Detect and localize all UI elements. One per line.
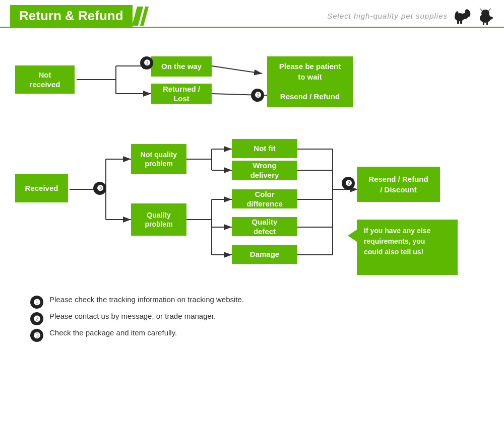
svg-marker-9: [488, 8, 491, 11]
cat-icon: [477, 7, 494, 25]
badge-3: ❸: [93, 182, 106, 195]
legend-num-2: ❷: [30, 312, 43, 325]
diagram-area: Not received ❶ On the way Returned / Los…: [0, 28, 504, 285]
badge-2-top: ❷: [251, 89, 264, 102]
received-box: Received: [15, 174, 68, 202]
header-right: Select high-quality pet supplies: [327, 7, 494, 25]
legend-num-3: ❸: [30, 329, 43, 342]
legend-item-2: ❷ Please contact us by message, or trade…: [30, 312, 484, 325]
legend-num-1: ❶: [30, 296, 43, 309]
returned-lost-box: Returned / Lost: [151, 84, 212, 104]
svg-marker-8: [479, 8, 483, 11]
legend-text-3: Check the package and item carefully.: [49, 328, 177, 337]
svg-rect-5: [460, 20, 462, 24]
wrong-delivery-box: Wrong delivery: [232, 161, 297, 180]
diagram-container: Not received ❶ On the way Returned / Los…: [15, 38, 489, 285]
title-box: Return & Refund: [10, 5, 133, 27]
color-difference-box: Color difference: [232, 189, 297, 208]
on-the-way-box: On the way: [151, 56, 212, 77]
requirements-box: If you have any else requirements, you c…: [357, 220, 458, 275]
tagline: Select high-quality pet supplies: [327, 12, 448, 20]
legend-text-1: Please check the tracking information on…: [49, 295, 244, 304]
header: Return & Refund Select high-quality pet …: [0, 0, 504, 28]
quality-problem-box: Quality problem: [131, 203, 186, 236]
please-wait-box: Please be patient to wait: [267, 56, 353, 87]
badge-2-bottom: ❷: [342, 177, 355, 190]
svg-rect-10: [483, 22, 484, 25]
svg-rect-11: [486, 22, 488, 25]
legend-item-1: ❶ Please check the tracking information …: [30, 295, 484, 309]
resend-refund-discount-box: Resend / Refund / Discount: [357, 167, 440, 202]
badge-1: ❶: [140, 56, 153, 69]
svg-line-18: [212, 66, 262, 74]
legend-text-2: Please contact us by message, or trade m…: [49, 312, 216, 320]
legend-item-3: ❸ Check the package and item carefully.: [30, 328, 484, 342]
legend: ❶ Please check the tracking information …: [0, 285, 504, 350]
not-fit-box: Not fit: [232, 139, 297, 158]
dog-icon: [453, 7, 472, 25]
damage-box: Damage: [232, 245, 297, 264]
page-title: Return & Refund: [19, 8, 123, 24]
not-quality-problem-box: Not quality problem: [131, 144, 186, 174]
svg-point-7: [481, 10, 489, 17]
resend-refund-box: Resend / Refund: [267, 87, 353, 107]
not-received-box: Not received: [15, 65, 75, 94]
quality-defect-box: Quality defect: [232, 217, 297, 236]
svg-rect-4: [457, 20, 459, 24]
